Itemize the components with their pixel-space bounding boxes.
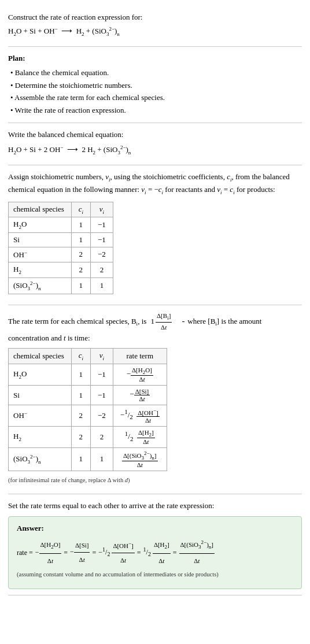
plan-steps: • Balance the chemical equation. • Deter… [10, 67, 302, 116]
rt-species-sio3: (SiO32−)n [9, 447, 72, 471]
rate-term-label: rate = [17, 545, 33, 560]
stoich-col-v: νi [91, 202, 113, 217]
species-h2: H2 [9, 262, 72, 278]
species-si: Si [9, 232, 72, 247]
rt-species-oh: OH− [9, 405, 72, 427]
c-sio3: 1 [71, 277, 90, 294]
plan-label: Plan: [8, 53, 302, 64]
plan-step-4: • Write the rate of reaction expression. [10, 105, 302, 116]
rt-c-h2o: 1 [71, 364, 90, 385]
v-h2o: −1 [91, 217, 113, 233]
balanced-label: Write the balanced chemical equation: [8, 129, 302, 140]
c-oh: 2 [71, 247, 90, 262]
answer-box: Answer: rate = − Δ[H2O] Δt = − Δ[Si] Δt … [8, 516, 302, 589]
rt-v-oh: −2 [91, 405, 113, 427]
stoich-table: chemical species ci νi H2O 1 −1 Si 1 −1 … [8, 202, 113, 294]
rate-term-table: chemical species ci νi rate term H2O 1 −… [8, 348, 167, 471]
rate-eq-2: − Δ[Si] Δt [70, 538, 90, 567]
rt-rate-oh: −1/2 Δ[OH−] Δt [113, 405, 167, 427]
stoich-col-species: chemical species [9, 202, 72, 217]
construct-label: Construct the rate of reaction expressio… [8, 12, 302, 23]
rate-term-label: The rate term for each chemical species,… [8, 311, 302, 344]
plan-section: Plan: • Balance the chemical equation. •… [8, 47, 302, 124]
set-label: Set the rate terms equal to each other t… [8, 500, 302, 512]
rt-c-si: 1 [71, 386, 90, 405]
table-row: H2O 1 −1 [9, 217, 113, 233]
rate-expression: rate = − Δ[H2O] Δt = − Δ[Si] Δt = −1/2 Δ… [17, 537, 293, 568]
rt-rate-h2o: − Δ[H2O] Δt [113, 364, 167, 385]
table-row: Si 1 −1 [9, 232, 113, 247]
c-h2o: 1 [71, 217, 90, 233]
rate-eq-eq4: = [173, 545, 177, 560]
rt-species-h2: H2 [9, 426, 72, 447]
table-row: H2 2 2 1/2 Δ[H2] Δt [9, 426, 167, 447]
answer-note: (assuming constant volume and no accumul… [17, 570, 293, 579]
rt-rate-h2: 1/2 Δ[H2] Δt [113, 426, 167, 447]
species-oh: OH− [9, 247, 72, 262]
rt-species-h2o: H2O [9, 364, 72, 385]
header-section: Construct the rate of reaction expressio… [8, 6, 302, 47]
rt-rate-sio3: Δ[(SiO32−)n] Δt [113, 447, 167, 471]
rate-term-footnote: (for infinitesimal rate of change, repla… [8, 476, 302, 485]
rt-c-h2: 2 [71, 426, 90, 447]
stoich-section: Assign stoichiometric numbers, νi, using… [8, 165, 302, 305]
rt-v-si: −1 [91, 386, 113, 405]
rt-v-h2: 2 [91, 426, 113, 447]
reaction-equation: H2O + Si + OH− ⟶ H2 + (SiO32−)n [8, 25, 302, 38]
table-row: (SiO32−)n 1 1 [9, 277, 113, 294]
rate-eq-3: −1/2 Δ[OH−] Δt [98, 538, 135, 567]
table-row: (SiO32−)n 1 1 Δ[(SiO32−)n] Δt [9, 447, 167, 471]
rt-col-species: chemical species [9, 349, 72, 364]
table-row: OH− 2 −2 [9, 247, 113, 262]
balanced-section: Write the balanced chemical equation: H2… [8, 123, 302, 165]
species-sio3: (SiO32−)n [9, 277, 72, 294]
plan-step-1: • Balance the chemical equation. [10, 67, 302, 79]
rt-c-sio3: 1 [71, 447, 90, 471]
v-si: −1 [91, 232, 113, 247]
table-row: H2 2 2 [9, 262, 113, 278]
rate-eq-eq2: = [92, 545, 96, 560]
answer-label: Answer: [17, 523, 293, 534]
rt-col-v: νi [91, 349, 113, 364]
table-row: Si 1 −1 − Δ[Si] Δt [9, 386, 167, 405]
answer-section: Set the rate terms equal to each other t… [8, 494, 302, 595]
v-sio3: 1 [91, 277, 113, 294]
rt-v-sio3: 1 [91, 447, 113, 471]
rate-eq-5: Δ[(SiO32−)n] Δt [179, 537, 215, 568]
plan-step-2: • Determine the stoichiometric numbers. [10, 80, 302, 91]
stoich-col-c: ci [71, 202, 90, 217]
species-h2o: H2O [9, 217, 72, 233]
rt-col-c: ci [71, 349, 90, 364]
rate-term-section: The rate term for each chemical species,… [8, 305, 302, 495]
rate-eq-eq3: = [137, 545, 141, 560]
table-row: OH− 2 −2 −1/2 Δ[OH−] Δt [9, 405, 167, 427]
rate-eq-1: − Δ[H2O] Δt [35, 538, 62, 568]
c-si: 1 [71, 232, 90, 247]
c-h2: 2 [71, 262, 90, 278]
stoich-label: Assign stoichiometric numbers, νi, using… [8, 171, 302, 197]
rt-col-rate: rate term [113, 349, 167, 364]
table-row: H2O 1 −1 − Δ[H2O] Δt [9, 364, 167, 385]
v-oh: −2 [91, 247, 113, 262]
rt-species-si: Si [9, 386, 72, 405]
rt-c-oh: 2 [71, 405, 90, 427]
balanced-equation: H2O + Si + 2 OH− ⟶ 2 H2 + (SiO32−)n [8, 144, 302, 157]
rate-eq-4: 1/2 Δ[H2] Δt [143, 538, 171, 568]
plan-step-3: • Assemble the rate term for each chemic… [10, 92, 302, 103]
rt-v-h2o: −1 [91, 364, 113, 385]
rt-rate-si: − Δ[Si] Δt [113, 386, 167, 405]
rate-eq-eq1: = [64, 545, 68, 560]
v-h2: 2 [91, 262, 113, 278]
